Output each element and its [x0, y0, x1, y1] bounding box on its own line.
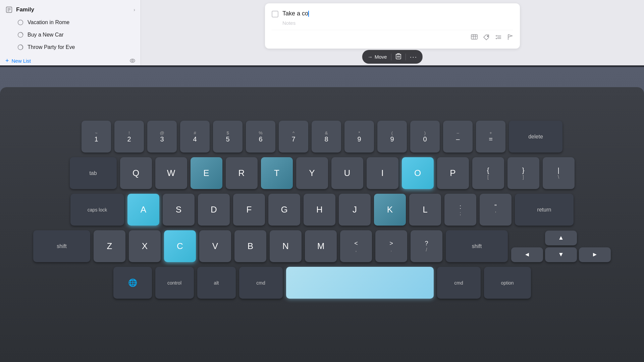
key-u[interactable]: U [331, 157, 363, 189]
key-l[interactable]: L [409, 194, 441, 226]
key-f[interactable]: F [233, 194, 265, 226]
note-title-text: Take a co [282, 10, 308, 17]
key-p[interactable]: P [437, 157, 469, 189]
family-group-title: Family [5, 6, 34, 13]
note-placeholder[interactable]: Notes [272, 20, 513, 26]
arrow-keys: ▲ ◄ ▼ ► [511, 231, 611, 262]
key-x[interactable]: X [129, 230, 161, 262]
key-2[interactable]: @ 3 [147, 121, 177, 153]
key-7[interactable]: & 8 [312, 121, 341, 153]
key-c[interactable]: C [164, 230, 196, 262]
key-space[interactable] [286, 267, 434, 299]
key-down[interactable]: ▼ [545, 247, 577, 262]
table-icon[interactable] [471, 34, 478, 42]
key-period[interactable]: >. [375, 230, 407, 262]
key-g[interactable]: G [268, 194, 300, 226]
key-semicolon[interactable]: :; [444, 194, 476, 226]
key-tilde[interactable]: ~ 1 [82, 121, 111, 153]
key-n[interactable]: N [270, 230, 302, 262]
key-i[interactable]: I [367, 157, 398, 189]
car-label: Buy a New Car [28, 32, 64, 38]
key-minus[interactable]: – – [443, 121, 473, 153]
key-z[interactable]: Z [94, 230, 125, 262]
key-right[interactable]: ► [579, 247, 611, 262]
key-backslash[interactable]: |\ [543, 157, 575, 189]
move-arrow: → [368, 54, 373, 60]
trash-icon[interactable] [395, 53, 401, 61]
key-quote[interactable]: "' [480, 194, 512, 226]
key-y[interactable]: Y [296, 157, 328, 189]
flag-icon[interactable] [507, 34, 513, 42]
key-alt[interactable]: alt [197, 267, 236, 299]
key-5[interactable]: % 6 [246, 121, 275, 153]
family-label: Family [16, 6, 34, 13]
key-v[interactable]: V [199, 230, 231, 262]
key-control[interactable]: control [155, 267, 194, 299]
more-icon[interactable]: ··· [410, 53, 418, 61]
key-4[interactable]: $ 5 [213, 121, 243, 153]
key-slash[interactable]: ?/ [411, 230, 442, 262]
divider-1 [391, 54, 391, 60]
checklist-icon[interactable] [495, 34, 502, 42]
key-t[interactable]: T [261, 157, 293, 189]
key-comma[interactable]: <, [340, 230, 372, 262]
key-3[interactable]: # 4 [180, 121, 210, 153]
svg-rect-9 [471, 35, 477, 39]
key-equals[interactable]: + = [476, 121, 505, 153]
key-caps-lock[interactable]: caps lock [70, 194, 124, 226]
key-globe[interactable]: 🌐 [113, 267, 152, 299]
key-e[interactable]: E [191, 157, 222, 189]
sidebar-item-vacation[interactable]: Vacation in Rome [3, 16, 138, 28]
key-r[interactable]: R [226, 157, 258, 189]
device-top-bar [0, 65, 644, 67]
plus-icon: + [5, 57, 9, 64]
key-0[interactable]: ) 0 [410, 121, 440, 153]
tag-icon[interactable] [483, 34, 490, 42]
key-d[interactable]: D [198, 194, 230, 226]
family-group-header[interactable]: Family › [0, 3, 141, 16]
key-j[interactable]: J [339, 194, 371, 226]
key-option[interactable]: option [484, 267, 531, 299]
divider-2 [406, 54, 406, 60]
key-shift-right[interactable]: shift [446, 230, 508, 262]
circle-icon-party [17, 44, 23, 50]
key-bracket-right[interactable]: }] [507, 157, 539, 189]
app-area: Family › Vacation in Rome Buy a New Car [0, 0, 644, 67]
key-left[interactable]: ◄ [511, 247, 543, 262]
key-h[interactable]: H [304, 194, 335, 226]
key-9[interactable]: ( 9 [377, 121, 407, 153]
key-8[interactable]: * 9 [344, 121, 374, 153]
svg-point-8 [132, 60, 133, 61]
move-button[interactable]: → Move [368, 54, 387, 60]
eye-icon [130, 58, 135, 64]
key-s[interactable]: S [163, 194, 195, 226]
svg-point-4 [18, 20, 23, 25]
key-m[interactable]: M [305, 230, 337, 262]
key-cmd-left[interactable]: cmd [239, 267, 283, 299]
key-a[interactable]: A [127, 194, 159, 226]
key-6[interactable]: ^ 7 [279, 121, 308, 153]
key-o[interactable]: O [402, 157, 434, 189]
note-header: Take a co [272, 10, 513, 17]
key-q[interactable]: Q [120, 157, 152, 189]
circle-icon-car [17, 32, 23, 38]
key-b[interactable]: B [234, 230, 266, 262]
key-tab[interactable]: tab [70, 157, 117, 189]
sidebar: Family › Vacation in Rome Buy a New Car [0, 0, 141, 67]
note-title[interactable]: Take a co [282, 10, 513, 17]
qwerty-row: tab Q W E R T Y U I O P {[ }] |\ [20, 157, 624, 189]
key-bracket-left[interactable]: {[ [472, 157, 504, 189]
note-checkbox[interactable] [272, 11, 278, 17]
key-cmd-right[interactable]: cmd [437, 267, 481, 299]
new-list-label: New List [12, 58, 31, 64]
sidebar-item-car[interactable]: Buy a New Car [3, 29, 138, 41]
key-shift-left[interactable]: shift [33, 230, 90, 262]
key-return[interactable]: return [515, 194, 574, 226]
key-delete[interactable]: delete [509, 121, 562, 153]
sidebar-item-party[interactable]: Throw Party for Eve [3, 41, 138, 53]
key-k[interactable]: K [374, 194, 406, 226]
cursor [308, 11, 309, 17]
key-1[interactable]: ! 2 [114, 121, 144, 153]
key-w[interactable]: W [155, 157, 187, 189]
key-up[interactable]: ▲ [545, 231, 577, 245]
